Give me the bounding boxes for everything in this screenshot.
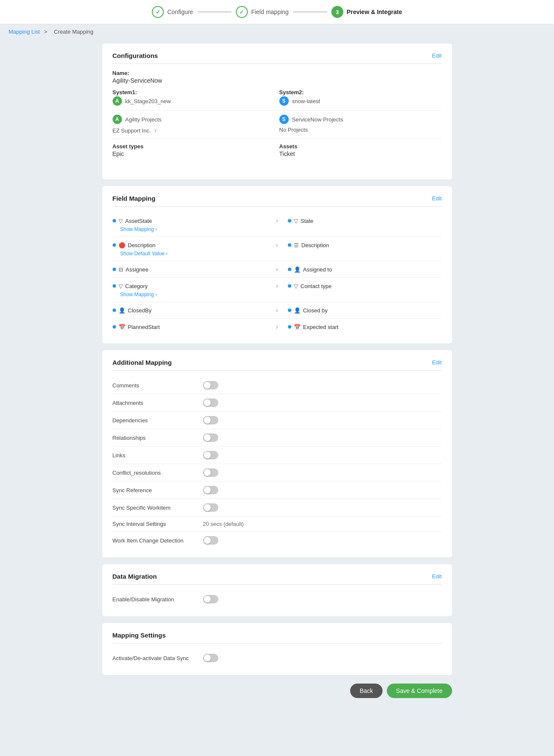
config-systems-row: System1: A kk_Stage203_new System2: S sn… <box>113 89 442 110</box>
main-content: Configurations Edit Name: Agility-Servic… <box>94 39 461 715</box>
field-left-0: ▽ AssetState <box>113 218 267 224</box>
toggle-row-attachments: Attachments <box>113 394 442 412</box>
toggle-thumb-sync-ref <box>204 487 211 493</box>
field-mapping-edit[interactable]: Edit <box>432 195 441 202</box>
show-mapping-0[interactable]: Show Mapping › <box>120 226 157 232</box>
field-icon-left-0: ▽ <box>119 218 123 224</box>
field-left-2: ⊟ Assignee <box>113 266 267 273</box>
entity1-icon: A <box>113 115 122 124</box>
config-entity2-label: ServiceNow Projects <box>292 116 343 123</box>
field-left-name-3: Category <box>125 283 148 289</box>
toggle-track-activate[interactable] <box>203 654 218 662</box>
field-pair-2: ⊟ Assignee › 👤 Assigned to <box>113 265 442 273</box>
toggle-label-sync-interval: Sync Interval Settings <box>113 521 198 527</box>
toggle-row-dependencies: Dependencies <box>113 412 442 429</box>
config-entity1: A Agility Projects EZ Support Inc. › <box>113 115 275 134</box>
toggle-workitem-change[interactable] <box>203 536 218 545</box>
toggle-track-dependencies[interactable] <box>203 416 218 424</box>
show-mapping-3[interactable]: Show Mapping › <box>120 291 157 297</box>
field-left-name-0: AssetState <box>125 218 152 224</box>
config-system2-value: snow-latest <box>292 98 320 104</box>
field-right-name-0: State <box>301 218 313 224</box>
config-assets: Assets Ticket <box>279 143 442 162</box>
show-default-value-1[interactable]: Show Default Value › <box>120 251 168 257</box>
data-migration-edit[interactable]: Edit <box>432 573 441 580</box>
toggle-attachments[interactable] <box>203 398 218 407</box>
field-pair-1: 🔴 Description › ☰ Description <box>113 241 442 249</box>
toggle-track-sync-workitem[interactable] <box>203 503 218 512</box>
field-left-5: 📅 PlannedStart <box>113 324 267 330</box>
step-preview-circle: 3 <box>331 6 343 18</box>
field-right-5: 📅 Expected start <box>288 324 442 330</box>
toggle-track-sync-ref[interactable] <box>203 486 218 494</box>
toggle-track-conflict[interactable] <box>203 468 218 477</box>
toggle-label-dependencies: Dependencies <box>113 417 198 424</box>
field-row-0: ▽ AssetState › ▽ State Show Mapping › <box>113 213 442 237</box>
step-connector-2 <box>293 12 327 12</box>
field-row-2: ⊟ Assignee › 👤 Assigned to <box>113 261 442 278</box>
toggle-label-links: Links <box>113 452 198 459</box>
step-field-mapping-circle: ✓ <box>236 6 248 18</box>
toggle-thumb-migration <box>204 596 211 603</box>
field-arrow-0: › <box>271 217 284 225</box>
field-pair-5: 📅 PlannedStart › 📅 Expected start <box>113 323 442 331</box>
breadcrumb-parent[interactable]: Mapping List <box>9 29 40 35</box>
toggle-track-attachments[interactable] <box>203 398 218 407</box>
config-asset-types-value: Epic <box>113 150 275 157</box>
dot-left-1 <box>113 243 116 247</box>
toggle-label-sync-workitem: Sync Specific Workitem <box>113 505 198 511</box>
toggle-row-sync-interval: Sync Interval Settings 20 secs (default) <box>113 517 442 532</box>
toggle-track-comments[interactable] <box>203 381 218 390</box>
toggle-relationships[interactable] <box>203 433 218 442</box>
config-asset-types-label: Asset types <box>113 143 275 150</box>
system1-icon: A <box>113 96 122 106</box>
config-system1-value: kk_Stage203_new <box>125 98 171 104</box>
config-system1-value-row: A kk_Stage203_new <box>113 96 275 106</box>
field-mapping-title: Field Mapping <box>113 195 156 202</box>
toggle-thumb-comments <box>204 382 211 389</box>
field-icon-left-3: ▽ <box>119 283 123 289</box>
toggle-migration[interactable] <box>203 595 218 603</box>
toggle-track-relationships[interactable] <box>203 433 218 442</box>
additional-mapping-edit[interactable]: Edit <box>432 359 441 366</box>
config-entity1-row: A Agility Projects <box>113 115 275 124</box>
dot-left-3 <box>113 284 116 288</box>
config-system1-label: System1: <box>113 89 275 95</box>
field-right-2: 👤 Assigned to <box>288 266 442 273</box>
toggle-links[interactable] <box>203 451 218 459</box>
field-icon-left-1: 🔴 <box>119 242 125 248</box>
back-button[interactable]: Back <box>350 684 382 698</box>
mapping-settings-title: Mapping Settings <box>113 632 166 639</box>
configurations-header: Configurations Edit <box>113 52 442 64</box>
field-row-5: 📅 PlannedStart › 📅 Expected start <box>113 319 442 335</box>
toggle-row-conflict: Conflict_resolutions <box>113 464 442 482</box>
field-left-4: 👤 ClosedBy <box>113 307 267 314</box>
data-migration-card: Data Migration Edit Enable/Disable Migra… <box>102 564 452 616</box>
config-entity1-org: EZ Support Inc. <box>113 127 151 134</box>
toggle-track-workitem-change[interactable] <box>203 536 218 545</box>
configurations-edit[interactable]: Edit <box>432 52 441 59</box>
config-entity2-row: S ServiceNow Projects <box>279 115 442 124</box>
toggle-track-migration[interactable] <box>203 595 218 603</box>
configurations-card: Configurations Edit Name: Agility-Servic… <box>102 43 452 179</box>
field-icon-left-5: 📅 <box>119 324 125 330</box>
field-pair-0: ▽ AssetState › ▽ State <box>113 217 442 225</box>
toggle-conflict[interactable] <box>203 468 218 477</box>
toggle-sync-ref[interactable] <box>203 486 218 494</box>
field-left-3: ▽ Category <box>113 283 267 289</box>
toggle-row-sync-workitem: Sync Specific Workitem <box>113 499 442 517</box>
field-icon-right-2: 👤 <box>294 266 301 273</box>
toggle-sync-workitem[interactable] <box>203 503 218 512</box>
step-configure: ✓ Configure <box>152 6 193 18</box>
toggle-dependencies[interactable] <box>203 416 218 424</box>
toggle-row-migration: Enable/Disable Migration <box>113 591 442 608</box>
dot-right-5 <box>288 325 291 329</box>
save-complete-button[interactable]: Save & Complete <box>387 684 452 698</box>
toggle-activate[interactable] <box>203 654 218 662</box>
toggle-track-links[interactable] <box>203 451 218 459</box>
toggle-comments[interactable] <box>203 381 218 390</box>
step-field-mapping: ✓ Field mapping <box>236 6 289 18</box>
dot-left-0 <box>113 219 116 222</box>
entity1-chevron: › <box>154 127 157 134</box>
field-icon-right-0: ▽ <box>294 218 298 224</box>
